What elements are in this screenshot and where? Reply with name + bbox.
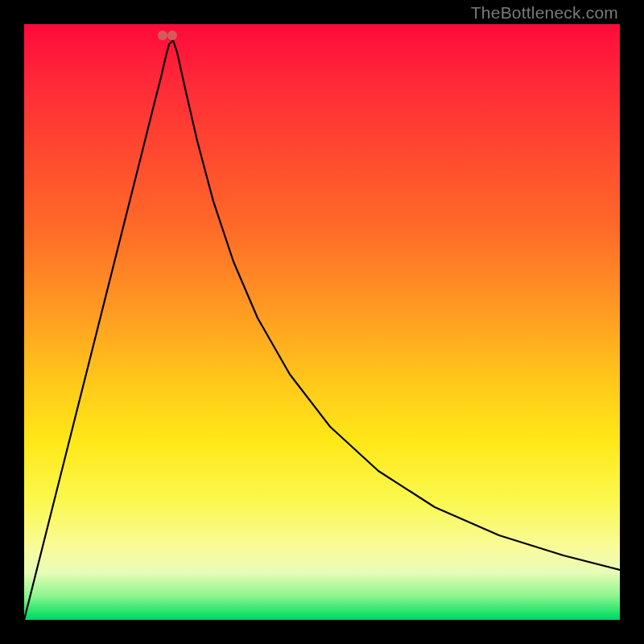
- chart-frame: TheBottleneck.com: [0, 0, 644, 644]
- marker-group: [158, 31, 177, 40]
- curve-layer: [24, 24, 620, 620]
- dot-a: [158, 31, 167, 40]
- dot-b: [167, 31, 177, 40]
- plot-area: [24, 24, 620, 620]
- watermark-text: TheBottleneck.com: [471, 3, 618, 23]
- bottleneck-curve-path: [24, 40, 620, 620]
